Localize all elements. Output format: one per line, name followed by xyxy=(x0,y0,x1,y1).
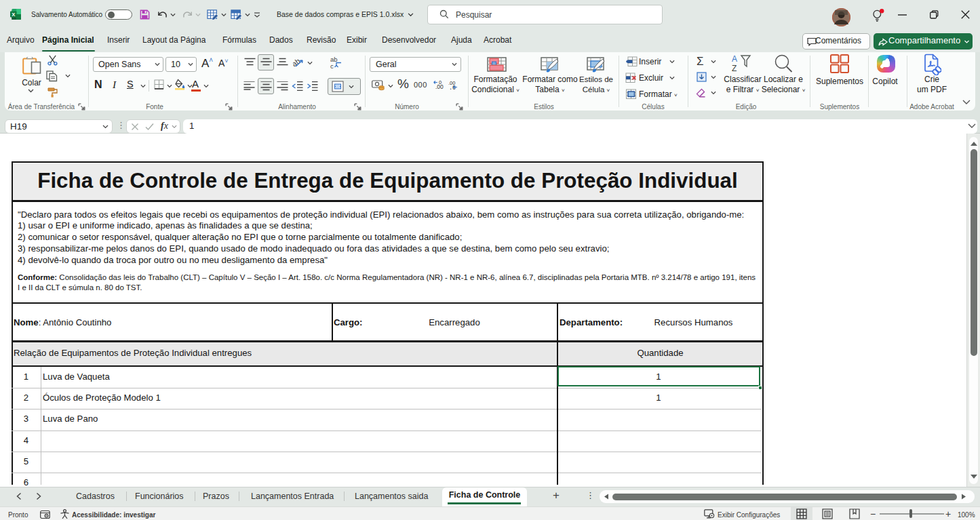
svg-text:c: c xyxy=(330,62,334,69)
svg-text:A: A xyxy=(732,54,737,64)
svg-text:0: 0 xyxy=(439,80,442,85)
svg-text:Z: Z xyxy=(732,64,737,73)
